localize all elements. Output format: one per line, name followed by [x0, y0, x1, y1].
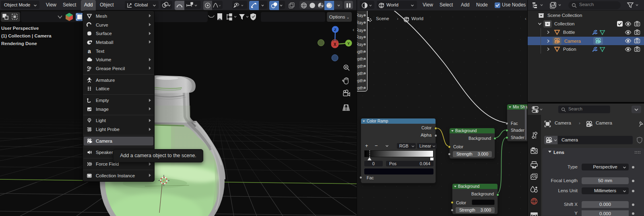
svg-text:a: a: [88, 48, 91, 54]
svg-text:X: X: [334, 42, 336, 47]
svg-text:Z: Z: [334, 27, 336, 32]
svg-text:Y: Y: [347, 41, 350, 46]
